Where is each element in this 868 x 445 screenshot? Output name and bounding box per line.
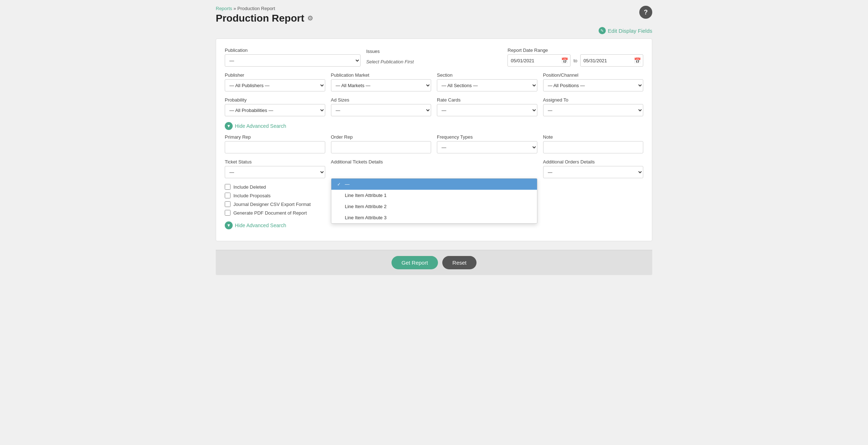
date-range-group: Report Date Range 📅 to 📅 bbox=[507, 48, 643, 67]
hide-advanced-toggle-bottom[interactable]: ▼ Hide Advanced Search bbox=[225, 221, 286, 229]
ticket-status-group: Ticket Status — bbox=[225, 159, 325, 178]
ticket-status-label: Ticket Status bbox=[225, 159, 325, 165]
issues-label: Issues bbox=[366, 49, 502, 54]
publication-group: Publication — bbox=[225, 48, 361, 67]
probability-select[interactable]: — All Probabilities — bbox=[225, 104, 325, 116]
order-rep-group: Order Rep bbox=[331, 134, 431, 153]
rate-cards-label: Rate Cards bbox=[437, 97, 537, 103]
dropdown-option-attr3[interactable]: Line Item Attribute 3 bbox=[331, 212, 537, 223]
date-from-input[interactable] bbox=[507, 54, 571, 67]
section-select[interactable]: — All Sections — bbox=[437, 79, 537, 91]
dropdown-option-attr2[interactable]: Line Item Attribute 2 bbox=[331, 201, 537, 212]
include-deleted-input[interactable] bbox=[225, 184, 231, 190]
publication-market-label: Publication Market bbox=[331, 72, 431, 78]
breadcrumb: Reports » Production Report bbox=[216, 6, 313, 11]
additional-tickets-group: Additional Tickets Details — ✓ — Line It… bbox=[331, 159, 537, 178]
publication-market-group: Publication Market — All Markets — bbox=[331, 72, 431, 91]
ticket-status-select[interactable]: — bbox=[225, 166, 325, 178]
breadcrumb-reports-link[interactable]: Reports bbox=[216, 6, 232, 11]
primary-rep-group: Primary Rep bbox=[225, 134, 325, 153]
position-channel-select[interactable]: — All Positions — bbox=[543, 79, 644, 91]
probability-label: Probability bbox=[225, 97, 325, 103]
check-icon: ✓ bbox=[337, 182, 342, 187]
edit-display-icon: ✎ bbox=[599, 27, 606, 34]
hide-advanced-toggle-top[interactable]: ▼ Hide Advanced Search bbox=[225, 122, 286, 130]
publisher-group: Publisher — All Publishers — bbox=[225, 72, 325, 91]
order-rep-label: Order Rep bbox=[331, 134, 431, 140]
ad-sizes-group: Ad Sizes — bbox=[331, 97, 431, 116]
breadcrumb-separator: » bbox=[233, 6, 236, 11]
order-rep-input[interactable] bbox=[331, 141, 431, 153]
publication-select[interactable]: — bbox=[225, 54, 361, 67]
date-to-input[interactable] bbox=[580, 54, 643, 67]
date-range-label: Report Date Range bbox=[507, 48, 643, 53]
primary-rep-label: Primary Rep bbox=[225, 134, 325, 140]
date-separator: to bbox=[573, 58, 577, 63]
frequency-types-select[interactable]: — bbox=[437, 141, 537, 153]
ad-sizes-select[interactable]: — bbox=[331, 104, 431, 116]
additional-tickets-label: Additional Tickets Details bbox=[331, 159, 537, 165]
additional-orders-label: Additional Orders Details bbox=[543, 159, 644, 165]
assigned-to-select[interactable]: — bbox=[543, 104, 644, 116]
probability-group: Probability — All Probabilities — bbox=[225, 97, 325, 116]
help-button[interactable]: ? bbox=[639, 6, 652, 19]
include-proposals-input[interactable] bbox=[225, 193, 231, 198]
advanced-section: Primary Rep Order Rep Frequency Types — … bbox=[225, 134, 643, 216]
form-card: Publication — Issues Select Publication … bbox=[216, 39, 652, 241]
breadcrumb-current: Production Report bbox=[237, 6, 275, 11]
assigned-to-group: Assigned To — bbox=[543, 97, 644, 116]
issues-text: Select Publication First bbox=[366, 57, 502, 67]
publisher-select[interactable]: — All Publishers — bbox=[225, 79, 325, 91]
note-label: Note bbox=[543, 134, 644, 140]
position-channel-group: Position/Channel — All Positions — bbox=[543, 72, 644, 91]
additional-orders-group: Additional Orders Details — bbox=[543, 159, 644, 178]
note-input[interactable] bbox=[543, 141, 644, 153]
primary-rep-input[interactable] bbox=[225, 141, 325, 153]
toggle-arrow-bottom-icon: ▼ bbox=[225, 221, 233, 229]
dropdown-option-dash[interactable]: ✓ — bbox=[331, 179, 537, 190]
ad-sizes-label: Ad Sizes bbox=[331, 97, 431, 103]
position-channel-label: Position/Channel bbox=[543, 72, 644, 78]
get-report-button[interactable]: Get Report bbox=[392, 256, 438, 269]
dropdown-option-attr1[interactable]: Line Item Attribute 1 bbox=[331, 190, 537, 201]
toggle-arrow-icon: ▼ bbox=[225, 122, 233, 130]
generate-pdf-input[interactable] bbox=[225, 210, 231, 216]
page-title: Production Report ⚙ bbox=[216, 13, 313, 24]
publisher-label: Publisher bbox=[225, 72, 325, 78]
gear-icon[interactable]: ⚙ bbox=[307, 14, 313, 22]
journal-designer-input[interactable] bbox=[225, 201, 231, 207]
rate-cards-group: Rate Cards — bbox=[437, 97, 537, 116]
reset-button[interactable]: Reset bbox=[442, 256, 476, 269]
note-group: Note bbox=[543, 134, 644, 153]
publication-label: Publication bbox=[225, 48, 361, 53]
publication-market-select[interactable]: — All Markets — bbox=[331, 79, 431, 91]
assigned-to-label: Assigned To bbox=[543, 97, 644, 103]
issues-group: Issues Select Publication First bbox=[366, 49, 502, 67]
section-label: Section bbox=[437, 72, 537, 78]
section-group: Section — All Sections — bbox=[437, 72, 537, 91]
frequency-types-group: Frequency Types — bbox=[437, 134, 537, 153]
frequency-types-label: Frequency Types bbox=[437, 134, 537, 140]
edit-display-fields-button[interactable]: ✎ Edit Display Fields bbox=[599, 27, 652, 34]
additional-tickets-dropdown: ✓ — Line Item Attribute 1 Line Item Attr… bbox=[331, 178, 537, 224]
additional-orders-select[interactable]: — bbox=[543, 166, 644, 178]
rate-cards-select[interactable]: — bbox=[437, 104, 537, 116]
footer-bar: Get Report Reset bbox=[216, 250, 652, 275]
